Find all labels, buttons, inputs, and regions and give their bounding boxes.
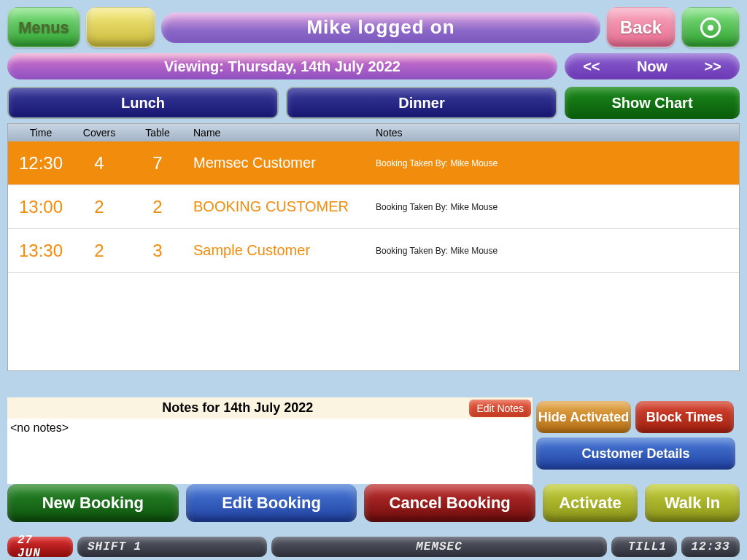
header-covers: Covers bbox=[74, 127, 125, 139]
customer-details-button[interactable]: Customer Details bbox=[536, 438, 735, 470]
lock-button[interactable] bbox=[681, 7, 740, 47]
cell-table: 7 bbox=[125, 153, 190, 174]
date-next-button[interactable]: >> bbox=[704, 58, 721, 75]
hide-activated-button[interactable]: Hide Activated bbox=[536, 401, 631, 433]
bookings-table: Time Covers Table Name Notes 12:3047Mems… bbox=[7, 123, 740, 371]
activate-button[interactable]: Activate bbox=[543, 484, 638, 522]
status-brand: MEMSEC bbox=[271, 537, 607, 557]
date-now-button[interactable]: Now bbox=[637, 58, 667, 75]
back-button[interactable]: Back bbox=[606, 7, 676, 47]
block-times-button[interactable]: Block Times bbox=[635, 401, 734, 433]
table-row[interactable]: 13:3023Sample CustomerBooking Taken By: … bbox=[8, 229, 739, 273]
date-navigation: << Now >> bbox=[565, 53, 740, 79]
cell-name: Memsec Customer bbox=[190, 155, 373, 171]
edit-notes-button[interactable]: Edit Notes bbox=[469, 400, 531, 417]
status-shift: SHIFT 1 bbox=[77, 537, 267, 557]
edit-booking-button[interactable]: Edit Booking bbox=[186, 484, 357, 522]
table-row[interactable]: 12:3047Memsec CustomerBooking Taken By: … bbox=[8, 141, 739, 185]
lock-icon bbox=[700, 18, 721, 38]
viewing-date-bar: Viewing: Thursday, 14th July 2022 bbox=[7, 53, 557, 79]
cell-name: Sample Customer bbox=[190, 242, 373, 259]
cell-covers: 4 bbox=[74, 153, 125, 174]
status-time: 12:33 bbox=[681, 537, 740, 557]
notes-body: <no notes> bbox=[7, 419, 533, 484]
cell-name: BOOKING CUSTOMER bbox=[190, 198, 373, 215]
cell-covers: 2 bbox=[74, 241, 125, 261]
title-bar: Mike logged on bbox=[161, 12, 600, 43]
cell-time: 13:30 bbox=[8, 241, 74, 261]
status-date: 27 JUN bbox=[7, 537, 73, 557]
date-prev-button[interactable]: << bbox=[583, 58, 600, 75]
table-header: Time Covers Table Name Notes bbox=[8, 124, 739, 141]
walk-in-button[interactable]: Walk In bbox=[645, 484, 740, 522]
menus-button[interactable]: Menus bbox=[7, 7, 80, 47]
new-booking-button[interactable]: New Booking bbox=[7, 484, 179, 522]
header-table: Table bbox=[125, 127, 190, 139]
cell-table: 2 bbox=[125, 197, 190, 217]
lunch-tab[interactable]: Lunch bbox=[7, 87, 279, 119]
table-row[interactable]: 13:0022BOOKING CUSTOMERBooking Taken By:… bbox=[8, 185, 739, 229]
blank-button[interactable] bbox=[86, 7, 155, 47]
show-chart-button[interactable]: Show Chart bbox=[565, 87, 740, 119]
notes-title: Notes for 14th July 2022 bbox=[7, 397, 468, 419]
header-notes: Notes bbox=[373, 127, 739, 139]
cell-time: 12:30 bbox=[8, 153, 74, 174]
header-name: Name bbox=[190, 127, 373, 139]
notes-panel: Notes for 14th July 2022 Edit Notes <no … bbox=[7, 397, 533, 484]
header-time: Time bbox=[8, 127, 74, 139]
cell-table: 3 bbox=[125, 241, 190, 261]
cell-notes: Booking Taken By: Mike Mouse bbox=[373, 202, 739, 212]
status-till: TILL1 bbox=[611, 537, 677, 557]
dinner-tab[interactable]: Dinner bbox=[286, 87, 557, 119]
cell-covers: 2 bbox=[74, 197, 125, 217]
cancel-booking-button[interactable]: Cancel Booking bbox=[364, 484, 535, 522]
cell-time: 13:00 bbox=[8, 197, 74, 217]
cell-notes: Booking Taken By: Mike Mouse bbox=[373, 158, 739, 168]
status-bar: 27 JUN SHIFT 1 MEMSEC TILL1 12:33 bbox=[0, 534, 747, 560]
cell-notes: Booking Taken By: Mike Mouse bbox=[373, 246, 739, 256]
